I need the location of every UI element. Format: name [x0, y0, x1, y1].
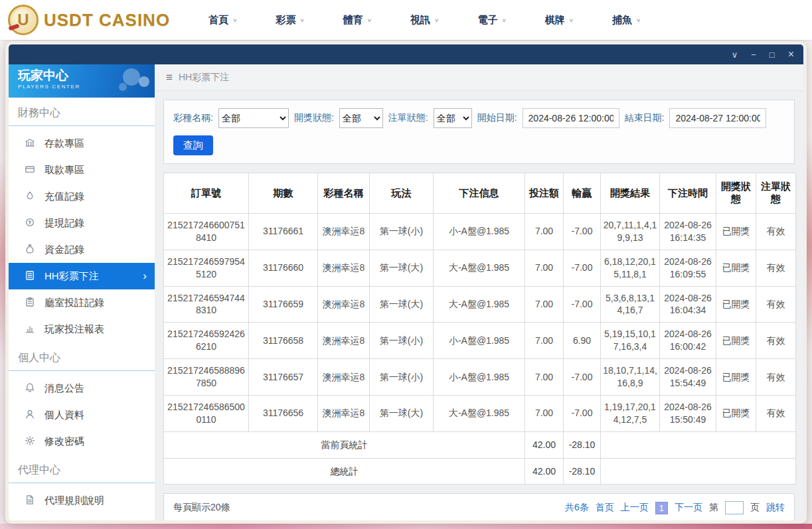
table-cell: 大-A盤@1.985	[434, 395, 525, 431]
summary-winloss-total: -28.10	[564, 431, 601, 458]
next-page-link[interactable]: 下一页	[675, 502, 702, 514]
sidebar-item-label: 資金記錄	[44, 244, 84, 256]
table-cell: 2152172465888967850	[164, 359, 249, 396]
window-collapse-icon[interactable]: ∨	[732, 50, 738, 59]
bell-icon	[25, 382, 35, 395]
nav-item-electronic[interactable]: 電子∨	[477, 14, 506, 27]
clipboard-icon	[25, 297, 35, 309]
table-cell: 已開獎	[716, 250, 756, 286]
sidebar-item-player-bet-report[interactable]: 玩家投注報表	[9, 316, 155, 342]
coin-icon	[25, 217, 35, 230]
table-cell: 小-A盤@1.985	[434, 323, 525, 359]
table-cell: 7.00	[525, 359, 564, 396]
sidebar-item-profile[interactable]: 個人資料	[9, 402, 155, 428]
table-row: 215217246588896785031176657澳洲幸运8第一球(小)小-…	[164, 359, 796, 396]
table-cell: 2024-08-26 16:14:35	[660, 214, 716, 250]
table-cell: 大-A盤@1.985	[434, 250, 525, 286]
sidebar-item-hall-bet-record[interactable]: 廳室投註記錄	[9, 289, 155, 316]
nav-item-sports[interactable]: 體育∨	[343, 14, 372, 27]
table-row: 215217246594744831031176659澳洲幸运8第一球(大)大-…	[164, 286, 796, 323]
table-cell: 18,10,7,1,14,16,8,9	[601, 359, 660, 396]
column-header: 下注信息	[434, 173, 525, 214]
prev-page-link[interactable]: 上一页	[621, 502, 649, 514]
column-header: 注單狀態	[756, 173, 796, 214]
nav-item-label: 電子	[477, 14, 497, 27]
first-page-link[interactable]: 首页	[596, 502, 614, 514]
table-cell: 6.90	[564, 323, 601, 359]
filter-panel: 彩種名稱: 全部 開獎狀態: 全部 注單狀態: 全部 開始日期: 結束日期: 查…	[163, 100, 795, 164]
draw-status-select[interactable]: 全部	[339, 108, 383, 128]
table-cell: 5,19,15,10,17,16,3,4	[601, 323, 660, 359]
sidebar-item-label: 充值記錄	[44, 190, 84, 203]
start-date-label: 開始日期:	[477, 112, 517, 124]
table-cell: 澳洲幸运8	[318, 395, 370, 431]
sidebar-item-withdraw[interactable]: 取款專區	[9, 157, 155, 183]
summary-label: 當前頁統計	[164, 431, 525, 458]
sidebar-header: 玩家中心 PLAYERS CENTER	[9, 64, 155, 98]
sidebar-item-deposit[interactable]: 存款專區	[9, 130, 155, 157]
sidebar-item-hh-lottery-bets[interactable]: HH彩票下注›	[9, 263, 155, 289]
user-icon	[25, 409, 35, 421]
bets-table-panel: 訂單號期數彩種名稱玩法下注信息投注額輸贏開獎結果下注時間開獎狀態注單狀態2152…	[163, 173, 795, 485]
page-jump-input[interactable]	[725, 501, 744, 514]
nav-item-lottery[interactable]: 彩票∨	[276, 14, 304, 27]
current-page-badge[interactable]: 1	[655, 502, 668, 514]
table-cell: 7.00	[525, 286, 564, 323]
window-close-icon[interactable]: ×	[788, 49, 794, 60]
main-area: ≡ HH彩票下注 彩種名稱: 全部 開獎狀態: 全部 注單狀態: 全部 開始日期…	[155, 64, 803, 520]
nav-item-video[interactable]: 視訊∨	[410, 14, 439, 27]
sidebar-item-label: 代理規則說明	[44, 494, 104, 507]
table-cell: 2152172465947448310	[164, 286, 249, 323]
start-date-input[interactable]	[523, 108, 619, 128]
menu-icon[interactable]: ≡	[166, 71, 173, 84]
search-button[interactable]: 查詢	[173, 135, 213, 155]
table-row: 215217246592426621031176658澳洲幸运8第一球(小)小-…	[164, 323, 796, 359]
end-date-input[interactable]	[669, 108, 766, 128]
lottery-name-label: 彩種名稱:	[173, 112, 213, 124]
sidebar-item-label: 修改密碼	[44, 435, 84, 448]
summary-label: 總統計	[164, 458, 525, 485]
nav-item-fishing[interactable]: 捕魚∨	[612, 14, 641, 27]
sidebar-item-notice[interactable]: 消息公告	[9, 375, 155, 402]
nav-item-chess[interactable]: 棋牌∨	[545, 14, 574, 27]
window-minimize-icon[interactable]: −	[751, 50, 756, 59]
lottery-name-select[interactable]: 全部	[218, 108, 289, 128]
chevron-down-icon: ∨	[299, 17, 304, 23]
table-row: 215217246597954512031176660澳洲幸运8第一球(大)大-…	[164, 250, 796, 286]
table-cell: 7.00	[525, 250, 564, 286]
nav-item-home[interactable]: 首頁∨	[208, 14, 237, 27]
column-header: 下注時間	[660, 173, 716, 214]
table-cell: -7.00	[564, 214, 601, 250]
logo-text: USDT CASINO	[44, 10, 170, 31]
card-icon	[25, 164, 35, 177]
sidebar-item-label: 玩家投注報表	[44, 323, 104, 336]
window-body: 玩家中心 PLAYERS CENTER 財務中心存款專區取款專區充值記錄提現記錄…	[9, 64, 803, 520]
sidebar-item-funds-record[interactable]: 資金記錄	[9, 236, 155, 263]
table-cell: 1,19,17,20,14,12,7,5	[601, 395, 660, 431]
chevron-down-icon: ∨	[367, 17, 372, 23]
table-cell: 7.00	[525, 395, 564, 431]
nav-item-label: 視訊	[410, 14, 430, 27]
summary-bet-total: 42.00	[525, 431, 564, 458]
sidebar-item-change-password[interactable]: 修改密碼	[9, 428, 155, 455]
summary-bet-total: 42.00	[525, 458, 564, 485]
app-window: ∨ − □ × 玩家中心 PLAYERS CENTER 財務中心存款專區取款專區…	[5, 41, 807, 524]
gear-icon	[25, 435, 35, 448]
table-cell: 澳洲幸运8	[318, 323, 370, 359]
window-maximize-icon[interactable]: □	[770, 50, 775, 59]
table-cell: 小-A盤@1.985	[434, 359, 525, 396]
sidebar-item-withdraw-record[interactable]: 提現記錄	[9, 210, 155, 236]
sidebar-menu: 財務中心存款專區取款專區充值記錄提現記錄資金記錄HH彩票下注›廳室投註記錄玩家投…	[9, 98, 155, 514]
site-logo[interactable]: U USDT CASINO	[8, 5, 170, 35]
doc-icon	[25, 494, 35, 507]
bets-table: 訂單號期數彩種名稱玩法下注信息投注額輸贏開獎結果下注時間開獎狀態注單狀態2152…	[163, 173, 796, 485]
table-cell: 2024-08-26 15:50:49	[660, 395, 716, 431]
order-status-select[interactable]: 全部	[434, 108, 472, 128]
chevron-down-icon: ∨	[569, 17, 574, 23]
chevron-right-icon: ›	[143, 269, 147, 283]
sidebar-item-agent-rules[interactable]: 代理規則說明	[9, 487, 155, 514]
jump-button[interactable]: 跳转	[766, 502, 785, 514]
table-cell: 已開獎	[716, 395, 756, 431]
sidebar-item-recharge-record[interactable]: 充值記錄	[9, 183, 155, 210]
table-cell: 6,18,12,20,15,11,8,1	[601, 250, 660, 286]
